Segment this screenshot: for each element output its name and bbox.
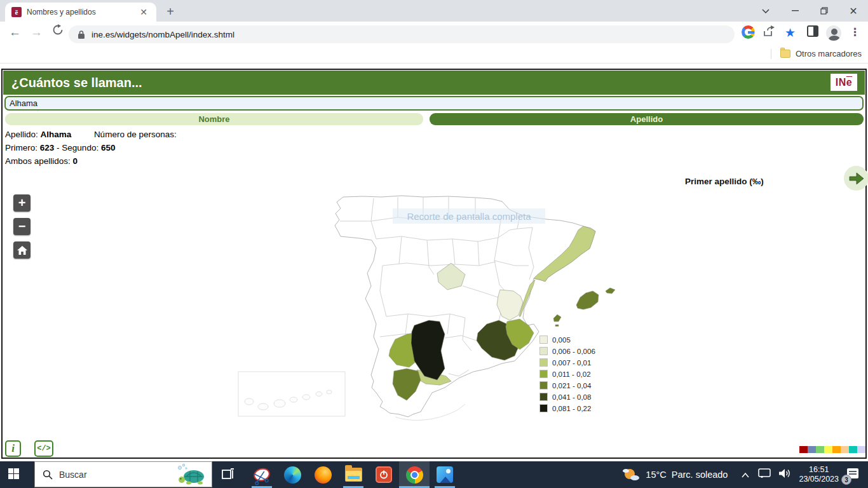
browser-tabstrip: ē Nombres y apellidos ✕ + ✕ (0, 0, 868, 22)
back-button[interactable]: ← (9, 25, 21, 39)
legend-swatch (539, 404, 548, 412)
legend-row: 0,011 - 0,02 (539, 370, 595, 378)
legend-row: 0,006 - 0,006 (539, 347, 595, 355)
island-mallorca (576, 291, 599, 309)
result-block: Apellido: Alhama Número de personas: Pri… (5, 128, 177, 168)
page-title: ¿Cuántos se llaman... (11, 76, 142, 90)
legend-row: 0,021 - 0,04 (539, 381, 595, 390)
result-line-1: Apellido: Alhama Número de personas: (5, 128, 177, 141)
legend-row: 0,041 - 0,08 (539, 393, 595, 401)
result-both-count: 0 (73, 156, 78, 166)
widget-header: ¿Cuántos se llaman... INe (3, 71, 865, 95)
lock-icon (78, 30, 85, 39)
taskbar-search-box[interactable]: Buscar (34, 461, 212, 487)
taskbar-photos[interactable] (430, 461, 460, 488)
red-power-app-icon (376, 466, 392, 483)
map-zoom-in-button[interactable]: + (13, 194, 31, 212)
other-bookmarks[interactable]: Otros marcadores (771, 44, 862, 63)
weather-temp: 15°C (646, 470, 666, 480)
result-line-3: Ambos apellidos: 0 (5, 154, 177, 168)
tab-close-icon[interactable]: ✕ (137, 7, 150, 17)
result-surname: Alhama (41, 130, 72, 139)
map-legend: 0,005 0,006 - 0,006 0,007 - 0,01 0,011 -… (539, 336, 595, 416)
bookmark-star-icon[interactable]: ★ (785, 25, 796, 40)
result-line-2: Primero: 623 - Segundo: 650 (5, 141, 177, 154)
start-button[interactable] (8, 468, 19, 479)
photos-icon (437, 466, 453, 483)
map-zoom-out-button[interactable]: − (13, 218, 31, 235)
browser-tab[interactable]: ē Nombres y apellidos ✕ (5, 3, 156, 22)
screenshot-overlay-ghost: Recorte de pantalla completa (393, 208, 545, 224)
taskbar-file-explorer[interactable] (338, 461, 369, 488)
surname-search-input[interactable] (4, 96, 864, 111)
notification-center-button[interactable]: 3 (845, 466, 862, 483)
tray-clock[interactable]: 16:51 23/05/2023 (799, 465, 839, 484)
share-icon[interactable] (763, 25, 775, 38)
green-arrow-icon (848, 172, 865, 186)
turtle-illustration (171, 463, 210, 487)
search-placeholder: Buscar (59, 470, 87, 480)
tray-chevron-up-icon[interactable] (742, 469, 749, 480)
legend-swatch (539, 381, 548, 390)
new-tab-button[interactable]: + (163, 4, 178, 19)
tab-search-chevron-icon[interactable] (751, 0, 780, 22)
bookmarks-divider (771, 49, 771, 59)
speaker-icon[interactable] (778, 468, 791, 481)
legend-swatch (539, 358, 548, 367)
home-icon (17, 246, 27, 255)
task-view-icon[interactable] (221, 468, 235, 484)
legend-swatch (539, 370, 548, 378)
menu-dots-icon[interactable]: ⋮ (850, 25, 860, 39)
file-explorer-icon (345, 468, 362, 482)
address-bar[interactable]: ine.es/widgets/nombApell/index.shtml (69, 25, 735, 43)
profile-avatar[interactable] (826, 25, 841, 41)
clock-time: 16:51 (799, 465, 839, 475)
legend-swatch (539, 347, 548, 355)
screen: ē Nombres y apellidos ✕ + ✕ ← → ine.es (0, 0, 868, 488)
reload-button[interactable] (52, 24, 64, 39)
ine-logo[interactable]: INe (831, 74, 857, 91)
color-palette-strip (799, 446, 865, 453)
taskbar-firefox[interactable] (308, 461, 338, 488)
info-button[interactable]: i (5, 440, 21, 457)
taskbar-chrome[interactable] (399, 461, 430, 488)
google-profile-icon[interactable] (742, 25, 755, 39)
map-home-button[interactable] (13, 241, 31, 259)
ine-favicon: ē (11, 7, 22, 17)
legend-swatch (539, 393, 548, 401)
legend-row: 0,081 - 0,22 (539, 404, 595, 412)
forward-button[interactable]: → (31, 25, 43, 39)
taskbar-snipping-tool[interactable] (247, 461, 277, 488)
search-icon (43, 470, 53, 480)
canary-inset (238, 372, 345, 416)
other-bookmarks-label: Otros marcadores (796, 49, 862, 58)
side-panel-icon[interactable] (807, 25, 818, 37)
legend-row: 0,005 (539, 336, 595, 344)
chrome-icon (406, 466, 423, 484)
legend-row: 0,007 - 0,01 (539, 358, 595, 367)
island-ibiza (553, 315, 561, 322)
island-menorca (606, 288, 615, 294)
firefox-icon (315, 466, 332, 484)
next-metric-button[interactable] (844, 166, 868, 191)
tab-nombre[interactable]: Nombre (5, 113, 423, 125)
taskbar-edge[interactable] (277, 461, 308, 488)
window-close-button[interactable]: ✕ (839, 0, 868, 22)
tab-title: Nombres y apellidos (27, 8, 137, 17)
legend-swatch (539, 336, 548, 344)
window-restore-button[interactable] (810, 0, 839, 22)
notification-count-badge: 3 (841, 475, 851, 485)
url-text: ine.es/widgets/nombApell/index.shtml (92, 30, 234, 39)
weather-widget[interactable]: 15°C Parc. soleado (621, 466, 728, 483)
embed-code-button[interactable]: </> (34, 440, 53, 457)
edge-icon (284, 466, 301, 484)
cast-icon[interactable] (758, 468, 771, 481)
snipping-tool-icon (252, 466, 271, 483)
island-formentera (555, 325, 559, 327)
weather-icon (621, 466, 641, 483)
window-minimize-button[interactable] (780, 0, 810, 22)
taskbar-power-app[interactable] (369, 461, 399, 488)
tab-apellido[interactable]: Apellido (430, 113, 864, 125)
weather-desc: Parc. soleado (672, 470, 728, 480)
result-second-count: 650 (101, 143, 116, 152)
